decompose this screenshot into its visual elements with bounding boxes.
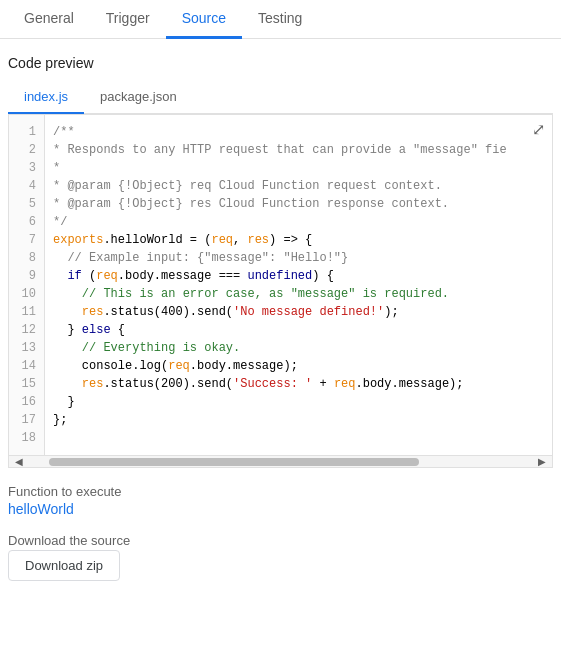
code-line-16: }: [53, 393, 544, 411]
code-line-10: // This is an error case, as "message" i…: [53, 285, 544, 303]
expand-icon[interactable]: ⤢: [528, 119, 548, 139]
horizontal-scrollbar[interactable]: ◀ ▶: [9, 455, 552, 467]
code-preview-title: Code preview: [8, 55, 553, 71]
code-content: /** * Responds to any HTTP request that …: [45, 115, 552, 455]
function-label: Function to execute: [8, 484, 553, 499]
top-navigation: General Trigger Source Testing: [0, 0, 561, 39]
code-line-7: exports.helloWorld = (req, res) => {: [53, 231, 544, 249]
code-line-12: } else {: [53, 321, 544, 339]
code-line-15: res.status(200).send('Success: ' + req.b…: [53, 375, 544, 393]
tab-general[interactable]: General: [8, 0, 90, 39]
tab-source[interactable]: Source: [166, 0, 242, 39]
tab-testing[interactable]: Testing: [242, 0, 318, 39]
code-line-5: * @param {!Object} res Cloud Function re…: [53, 195, 544, 213]
code-line-6: */: [53, 213, 544, 231]
code-line-18: [53, 429, 544, 447]
scroll-right-arrow[interactable]: ▶: [532, 456, 552, 468]
code-line-13: // Everything is okay.: [53, 339, 544, 357]
tab-index-js[interactable]: index.js: [8, 81, 84, 114]
code-line-3: *: [53, 159, 544, 177]
code-line-8: // Example input: {"message": "Hello!"}: [53, 249, 544, 267]
main-content: Code preview index.js package.json ⤢ 1 2…: [0, 39, 561, 597]
download-label: Download the source: [8, 533, 553, 548]
code-line-2: * Responds to any HTTP request that can …: [53, 141, 544, 159]
code-line-17: };: [53, 411, 544, 429]
download-zip-button[interactable]: Download zip: [8, 550, 120, 581]
code-line-4: * @param {!Object} req Cloud Function re…: [53, 177, 544, 195]
line-numbers: 1 2 3 4 5 6 7 8 9 10 11 12 13 14 15 16 1…: [9, 115, 45, 455]
code-line-14: console.log(req.body.message);: [53, 357, 544, 375]
file-tab-bar: index.js package.json: [8, 81, 553, 114]
tab-package-json[interactable]: package.json: [84, 81, 193, 114]
scroll-left-arrow[interactable]: ◀: [9, 456, 29, 468]
code-line-11: res.status(400).send('No message defined…: [53, 303, 544, 321]
code-body: 1 2 3 4 5 6 7 8 9 10 11 12 13 14 15 16 1…: [9, 115, 552, 455]
function-value: helloWorld: [8, 501, 553, 517]
code-line-9: if (req.body.message === undefined) {: [53, 267, 544, 285]
code-editor: ⤢ 1 2 3 4 5 6 7 8 9 10 11 12 13 14 15 16…: [8, 114, 553, 468]
meta-section: Function to execute helloWorld Download …: [8, 484, 553, 581]
scrollbar-thumb[interactable]: [49, 458, 419, 466]
code-line-1: /**: [53, 123, 544, 141]
scrollbar-track[interactable]: [29, 458, 532, 466]
tab-trigger[interactable]: Trigger: [90, 0, 166, 39]
